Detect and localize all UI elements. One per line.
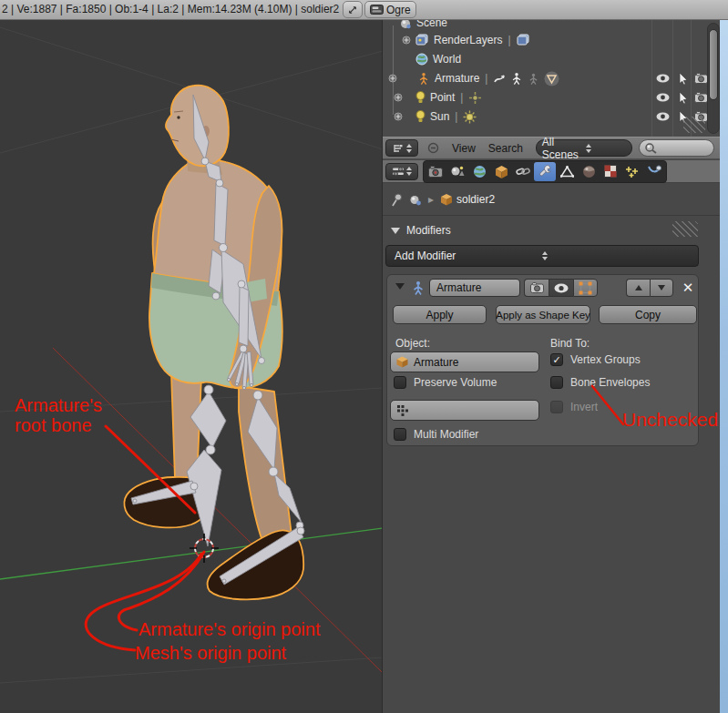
selectable-toggle[interactable] xyxy=(675,90,691,105)
hide-toggle[interactable] xyxy=(655,109,671,124)
outliner-row-renderlayers[interactable]: RenderLayers | xyxy=(383,31,720,49)
3d-viewport[interactable]: Armature's root bone Armature's origin p… xyxy=(0,20,383,713)
expand-icon[interactable] xyxy=(394,93,403,102)
tab-world[interactable] xyxy=(468,162,490,181)
menu-search[interactable]: Search xyxy=(488,142,523,155)
render-visibility-toggle[interactable] xyxy=(524,279,549,297)
3d-cursor[interactable] xyxy=(190,534,219,563)
texture-checker-icon xyxy=(604,165,617,178)
bone-envelopes-checkbox[interactable]: Bone Envelopes xyxy=(550,376,650,389)
eye-icon xyxy=(554,283,569,293)
expand-icon[interactable] xyxy=(402,36,411,45)
apply-as-shape-key-button[interactable]: Apply as Shape Key xyxy=(496,305,590,324)
camera-icon xyxy=(694,73,708,84)
outliner-search-input[interactable] xyxy=(639,139,714,157)
modifiers-panel-header[interactable]: Modifiers xyxy=(383,219,720,241)
window-duplicate-button[interactable] xyxy=(343,1,363,18)
panel-resize-corner[interactable] xyxy=(672,221,698,237)
scene-breadcrumb-icon[interactable] xyxy=(409,194,422,206)
hide-toggle[interactable] xyxy=(655,90,671,105)
ogre-window-button[interactable]: Ogre xyxy=(364,1,416,18)
normals-icon xyxy=(544,71,559,87)
move-up-button[interactable] xyxy=(626,279,650,297)
menu-view[interactable]: View xyxy=(452,142,476,155)
tab-texture[interactable] xyxy=(600,162,621,181)
outliner-row-point[interactable]: Point | xyxy=(383,88,720,107)
tab-scene[interactable] xyxy=(446,162,468,181)
expand-icon[interactable] xyxy=(394,112,403,121)
modifier-expand-icon[interactable] xyxy=(395,283,405,290)
tab-material[interactable] xyxy=(578,162,600,181)
renderlayers-icon xyxy=(415,34,429,46)
tab-modifiers[interactable] xyxy=(534,162,556,181)
multi-modifier-checkbox[interactable]: Multi Modifier xyxy=(394,428,478,441)
invert-checkbox: Invert xyxy=(550,401,598,413)
copy-button[interactable]: Copy xyxy=(599,305,697,324)
armature-object-icon xyxy=(417,72,430,85)
edit-mode-icon xyxy=(579,281,592,295)
viewport-scene xyxy=(0,20,383,713)
properties-editor: ▸ soldier2 Modifiers Add Modifier Armatu… xyxy=(383,184,720,713)
editor-layout-icon xyxy=(370,5,384,15)
scene-icon xyxy=(400,20,412,29)
object-label: Object: xyxy=(395,337,430,350)
physics-icon xyxy=(647,165,661,178)
cursor-icon xyxy=(679,73,688,85)
outliner-row-world[interactable]: World xyxy=(383,50,720,68)
outliner-scrollbar[interactable] xyxy=(707,23,720,134)
outliner-row-armature[interactable]: Armature | xyxy=(383,69,720,87)
editor-type-selector[interactable] xyxy=(385,139,418,157)
vertex-groups-checkbox[interactable]: ✓ Vertex Groups xyxy=(550,353,641,366)
scrollbar-thumb[interactable] xyxy=(709,29,718,100)
triangle-data-icon xyxy=(560,166,574,178)
armature-modifier-icon xyxy=(411,280,426,295)
outliner-editor[interactable]: Scene RenderLayers | xyxy=(383,20,720,137)
selectable-toggle[interactable] xyxy=(675,71,691,86)
breadcrumb: ▸ soldier2 xyxy=(383,184,720,216)
window-edge-scrollbar[interactable] xyxy=(720,20,728,713)
armature-data-icon xyxy=(510,72,523,85)
preserve-volume-checkbox[interactable]: Preserve Volume xyxy=(394,376,497,389)
vertex-group-selector[interactable] xyxy=(390,400,539,421)
tab-render[interactable] xyxy=(425,162,446,181)
editor-type-selector[interactable] xyxy=(385,163,418,180)
object-selector[interactable]: Armature xyxy=(390,351,539,372)
delete-modifier-button[interactable]: ✕ xyxy=(679,279,697,297)
ogre-label: Ogre xyxy=(386,4,411,16)
world-icon xyxy=(473,165,487,178)
tab-physics[interactable] xyxy=(643,162,665,181)
modifier-display-toggles xyxy=(524,279,598,297)
collapse-all-icon[interactable] xyxy=(427,142,439,154)
move-down-button[interactable] xyxy=(650,279,673,297)
add-modifier-dropdown[interactable]: Add Modifier xyxy=(385,245,699,267)
breadcrumb-arrow: ▸ xyxy=(428,193,434,206)
hide-toggle[interactable] xyxy=(655,71,671,86)
armature-origin-annotation: Armature's origin point xyxy=(138,619,320,639)
expand-icon[interactable] xyxy=(388,74,397,83)
edit-mode-toggle[interactable] xyxy=(573,279,598,297)
pin-icon[interactable] xyxy=(391,193,403,207)
soldier-mesh[interactable] xyxy=(124,86,303,600)
resize-corner[interactable] xyxy=(683,117,705,133)
pose-mode-icon xyxy=(493,73,506,85)
material-sphere-icon xyxy=(582,165,596,178)
info-header: 2 | Ve:1887 | Fa:1850 | Ob:1-4 | La:2 | … xyxy=(0,0,728,20)
search-icon xyxy=(644,142,657,155)
tab-constraints[interactable] xyxy=(512,162,534,181)
display-mode-dropdown[interactable]: All Scenes xyxy=(536,139,632,157)
outliner-row-sun[interactable]: Sun | xyxy=(383,107,720,126)
tab-object[interactable] xyxy=(490,162,512,181)
modifier-name-input[interactable]: Armature xyxy=(429,279,520,297)
properties-editor-icon xyxy=(392,167,405,177)
breadcrumb-object[interactable]: soldier2 xyxy=(456,193,495,206)
apply-button[interactable]: Apply xyxy=(393,305,487,324)
tab-particles[interactable] xyxy=(621,162,643,181)
chain-link-icon xyxy=(516,165,530,178)
point-lamp-data-icon xyxy=(468,91,482,105)
renderlayer-data-icon xyxy=(517,34,530,46)
tab-object-data[interactable] xyxy=(556,162,578,181)
cursor-icon xyxy=(679,92,688,104)
viewport-visibility-toggle[interactable] xyxy=(549,279,573,297)
panel-expand-icon[interactable] xyxy=(391,228,400,234)
eye-icon xyxy=(656,93,670,102)
